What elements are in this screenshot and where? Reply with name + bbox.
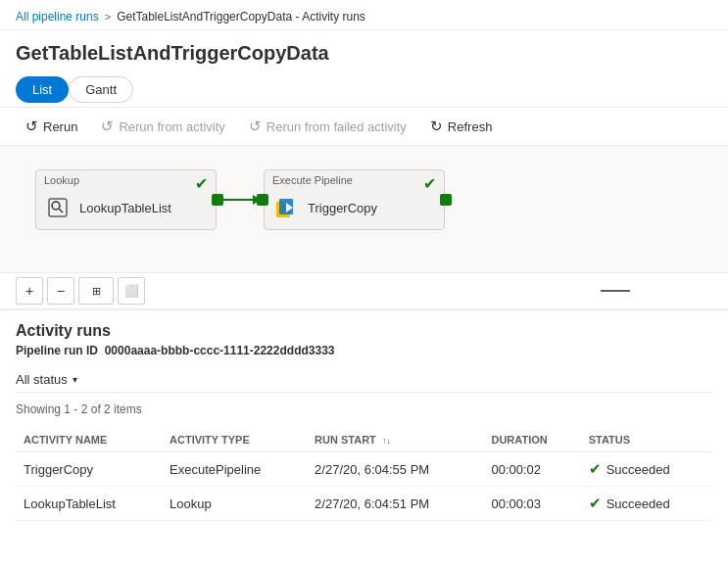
sort-icon: ↑↓ (382, 436, 391, 446)
rerun-failed-icon: ↺ (249, 118, 262, 135)
cell-status: ✔ Succeeded (581, 487, 712, 521)
toolbar: ↺ Rerun ↺ Rerun from activity ↺ Rerun fr… (0, 107, 728, 146)
zoom-out-icon: − (57, 283, 65, 299)
tab-gantt[interactable]: Gantt (69, 76, 133, 103)
breadcrumb: All pipeline runs > GetTableListAndTrigg… (0, 0, 728, 30)
status-label: Succeeded (607, 462, 670, 477)
canvas-control-line (601, 290, 630, 292)
rerun-activity-icon: ↺ (101, 118, 114, 135)
tab-bar: List Gantt (0, 72, 728, 107)
node-lookup-success-icon: ✔ (195, 174, 208, 193)
pipeline-run-id: Pipeline run ID 0000aaaa-bbbb-cccc-1111-… (16, 344, 712, 357)
run-id-value: 0000aaaa-bbbb-cccc-1111-2222dddd3333 (105, 344, 335, 357)
node-lookup-label: LookupTableList (79, 201, 171, 215)
run-id-label: Pipeline run ID (16, 344, 98, 357)
cell-activity-type: ExecutePipeline (162, 452, 307, 487)
col-status: STATUS (581, 428, 712, 452)
node-execute-label: TriggerCopy (308, 201, 377, 215)
activity-runs-section: Activity runs Pipeline run ID 0000aaaa-b… (0, 310, 728, 533)
node-lookup[interactable]: Lookup LookupTableList ✔ (35, 169, 217, 230)
pipeline-arrow (220, 199, 260, 201)
pipeline-nodes: Lookup LookupTableList ✔ Execute Pipelin… (16, 162, 712, 238)
col-activity-type: ACTIVITY TYPE (162, 428, 307, 452)
col-run-start: RUN START ↑↓ (307, 428, 483, 452)
node-execute-port-right (440, 194, 452, 206)
node-lookup-header: Lookup (36, 170, 216, 188)
activity-runs-title: Activity runs (16, 322, 712, 340)
refresh-label: Refresh (448, 119, 493, 134)
table-header: ACTIVITY NAME ACTIVITY TYPE RUN START ↑↓… (16, 428, 712, 452)
col-duration: DURATION (483, 428, 580, 452)
rerun-activity-label: Rerun from activity (119, 119, 224, 134)
rerun-from-failed-button[interactable]: ↺ Rerun from failed activity (239, 114, 416, 139)
table-body: TriggerCopy ExecutePipeline 2/27/20, 6:0… (16, 452, 712, 521)
breadcrumb-separator: > (105, 11, 111, 23)
cell-duration: 00:00:02 (483, 452, 580, 487)
cell-duration: 00:00:03 (483, 487, 580, 521)
node-execute-success-icon: ✔ (423, 174, 436, 193)
execute-pipeline-icon (272, 194, 300, 221)
rerun-button[interactable]: ↺ Rerun (16, 114, 87, 139)
rerun-failed-label: Rerun from failed activity (267, 119, 407, 134)
arrow-line (220, 199, 260, 201)
node-lookup-body: LookupTableList (36, 188, 216, 229)
refresh-icon: ↻ (430, 118, 443, 135)
node-execute-body: TriggerCopy (265, 188, 444, 229)
cell-run-start: 2/27/20, 6:04:51 PM (307, 487, 483, 521)
zoom-in-button[interactable]: + (16, 277, 43, 305)
node-execute[interactable]: Execute Pipeline TriggerCopy ✔ (264, 169, 445, 230)
canvas-controls: + − ⊞ ⬜ (0, 273, 728, 310)
cell-run-start: 2/27/20, 6:04:55 PM (307, 452, 483, 487)
expand-icon: ⬜ (124, 284, 139, 298)
status-filter-label: All status (16, 372, 68, 387)
rerun-icon: ↺ (25, 118, 38, 135)
rerun-label: Rerun (43, 119, 77, 134)
success-icon: ✔ (589, 460, 602, 478)
activity-runs-table: ACTIVITY NAME ACTIVITY TYPE RUN START ↑↓… (16, 428, 712, 521)
fit-view-button[interactable]: ⊞ (78, 277, 114, 305)
refresh-button[interactable]: ↻ Refresh (420, 114, 503, 139)
success-icon: ✔ (589, 495, 602, 512)
zoom-out-button[interactable]: − (47, 277, 74, 305)
status-filter[interactable]: All status ▾ (16, 367, 712, 393)
zoom-in-icon: + (25, 283, 33, 299)
cell-activity-type: Lookup (162, 487, 307, 521)
showing-count: Showing 1 - 2 of 2 items (16, 399, 712, 420)
fit-view-icon: ⊞ (92, 285, 101, 298)
table-row[interactable]: LookupTableList Lookup 2/27/20, 6:04:51 … (16, 487, 712, 521)
tab-list[interactable]: List (16, 76, 69, 103)
breadcrumb-current: GetTableListAndTriggerCopyData - Activit… (117, 10, 365, 24)
all-pipeline-runs-link[interactable]: All pipeline runs (16, 10, 99, 24)
canvas-area: Lookup LookupTableList ✔ Execute Pipelin… (0, 146, 728, 273)
cell-status: ✔ Succeeded (581, 452, 712, 487)
chevron-down-icon: ▾ (73, 374, 77, 385)
expand-button[interactable]: ⬜ (118, 277, 145, 305)
status-label: Succeeded (607, 496, 670, 511)
table-row[interactable]: TriggerCopy ExecutePipeline 2/27/20, 6:0… (16, 452, 712, 487)
lookup-icon (44, 194, 72, 221)
page-header: GetTableListAndTriggerCopyData (0, 30, 728, 72)
node-execute-port-left (257, 194, 268, 206)
col-activity-name: ACTIVITY NAME (16, 428, 162, 452)
node-execute-header: Execute Pipeline (265, 170, 444, 188)
cell-activity-name: LookupTableList (16, 487, 162, 521)
rerun-from-activity-button[interactable]: ↺ Rerun from activity (91, 114, 234, 139)
cell-activity-name: TriggerCopy (16, 452, 162, 487)
page-title: GetTableListAndTriggerCopyData (16, 42, 712, 65)
